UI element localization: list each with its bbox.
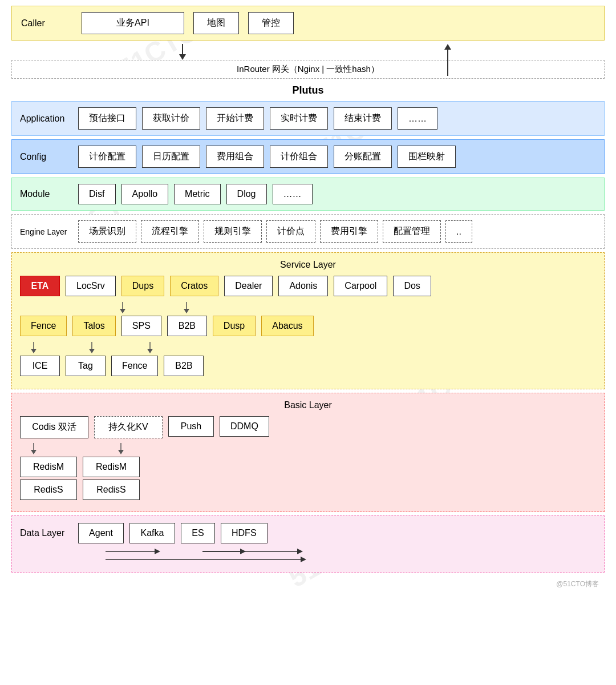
app-box-1: 获取计价 bbox=[142, 107, 200, 130]
module-box-2: Metric bbox=[174, 184, 221, 204]
basic-redism-1: RedisM bbox=[20, 457, 77, 477]
caller-box-0: 业务API bbox=[82, 12, 184, 34]
basic-layer: Basic Layer Codis 双活 持久化KV Push DDMQ bbox=[11, 393, 605, 512]
service-dealer: Dealer bbox=[224, 276, 273, 296]
basic-redis-stack-2: RedisM RedisS bbox=[83, 457, 140, 500]
svg-marker-15 bbox=[31, 450, 37, 454]
svg-marker-9 bbox=[31, 349, 37, 353]
gateway-row: InRouter 网关（Nginx | 一致性hash） bbox=[11, 60, 605, 79]
app-box-0: 预估接口 bbox=[78, 107, 136, 130]
service-row-3: ICE Tag Fence B2B bbox=[20, 356, 596, 376]
data-arrows-container bbox=[83, 546, 596, 565]
config-box-2: 费用组合 bbox=[206, 146, 264, 168]
arrow-talos-icon bbox=[86, 342, 98, 353]
engine-box-6: .. bbox=[445, 220, 472, 243]
svg-marker-19 bbox=[155, 549, 160, 554]
caller-label: Caller bbox=[21, 18, 72, 29]
caller-box-1: 地图 bbox=[193, 12, 239, 34]
data-es: ES bbox=[181, 523, 215, 543]
service-fence: Fence bbox=[20, 316, 67, 336]
basic-kv: 持久化KV bbox=[94, 416, 163, 438]
service-row-1: ETA LocSrv Dups Cratos Dealer Adonis Car… bbox=[20, 276, 596, 296]
plutus-title: Plutus bbox=[11, 82, 605, 98]
service-layer-title: Service Layer bbox=[20, 260, 596, 270]
module-box-3: Dlog bbox=[226, 184, 267, 204]
data-layer-label: Data Layer bbox=[20, 528, 71, 538]
data-kafka: Kafka bbox=[129, 523, 175, 543]
data-layer: Data Layer Agent Kafka ES HDFS bbox=[11, 515, 605, 573]
arrow-down-icon bbox=[177, 44, 188, 60]
svg-marker-23 bbox=[297, 549, 303, 554]
module-box-0: Disf bbox=[78, 184, 116, 204]
basic-row-2: RedisM RedisS RedisM RedisS bbox=[20, 457, 596, 500]
service-dusp: Dusp bbox=[213, 316, 256, 336]
engine-box-1: 流程引擎 bbox=[141, 220, 199, 243]
service-abacus: Abacus bbox=[261, 316, 313, 336]
engine-box-0: 场景识别 bbox=[78, 220, 136, 243]
engine-label: Engine Layer bbox=[20, 227, 71, 236]
arrow-kv-icon bbox=[115, 443, 127, 454]
app-box-5: …… bbox=[398, 107, 437, 130]
config-box-4: 分账配置 bbox=[334, 146, 392, 168]
caller-row: Caller 业务API 地图 管控 bbox=[11, 6, 605, 41]
service-ice: ICE bbox=[20, 356, 60, 376]
service-arrows-1 bbox=[20, 302, 596, 313]
arrow-fence2-icon bbox=[28, 342, 39, 353]
basic-redis-stack-1: RedisM RedisS bbox=[20, 457, 77, 500]
engine-box-5: 配置管理 bbox=[383, 220, 441, 243]
service-dos: Dos bbox=[393, 276, 431, 296]
app-box-3: 实时计费 bbox=[270, 107, 328, 130]
arrow-codis-icon bbox=[28, 443, 39, 454]
service-cratos: Cratos bbox=[170, 276, 218, 296]
data-layer-inner: Data Layer Agent Kafka ES HDFS bbox=[20, 523, 596, 543]
module-label: Module bbox=[20, 189, 71, 199]
gateway-text: InRouter 网关（Nginx | 一致性hash） bbox=[237, 64, 379, 75]
config-row: Config 计价配置 日历配置 费用组合 计价组合 分账配置 围栏映射 bbox=[11, 139, 605, 174]
arrow-up-icon bbox=[442, 44, 453, 76]
service-dups: Dups bbox=[121, 276, 164, 296]
engine-box-2: 规则引擎 bbox=[204, 220, 262, 243]
service-eta: ETA bbox=[20, 276, 60, 296]
basic-codis: Codis 双活 bbox=[20, 416, 88, 438]
app-box-2: 开始计费 bbox=[206, 107, 264, 130]
arrow-dups-icon bbox=[117, 302, 128, 313]
application-row: Application 预估接口 获取计价 开始计费 实时计费 结束计费 …… bbox=[11, 101, 605, 136]
arrow-cratos-icon bbox=[181, 302, 192, 313]
service-adonis: Adonis bbox=[278, 276, 328, 296]
service-arrows-2 bbox=[20, 342, 596, 353]
svg-marker-17 bbox=[118, 450, 124, 454]
svg-marker-11 bbox=[89, 349, 95, 353]
service-fence2: Fence bbox=[111, 356, 158, 376]
module-box-4: …… bbox=[273, 184, 313, 204]
config-box-3: 计价组合 bbox=[270, 146, 328, 168]
data-flow-arrows bbox=[83, 546, 368, 563]
svg-marker-25 bbox=[301, 557, 306, 562]
app-box-4: 结束计费 bbox=[334, 107, 392, 130]
service-sps: SPS bbox=[121, 316, 161, 336]
config-box-5: 围栏映射 bbox=[398, 146, 456, 168]
module-row: Module Disf Apollo Metric Dlog …… bbox=[11, 178, 605, 211]
service-layer: Service Layer ETA LocSrv Dups Cratos Dea… bbox=[11, 252, 605, 389]
svg-marker-13 bbox=[147, 349, 153, 353]
service-b2b: B2B bbox=[167, 316, 207, 336]
module-box-1: Apollo bbox=[121, 184, 168, 204]
basic-rediss-1: RedisS bbox=[20, 480, 77, 500]
basic-ddmq: DDMQ bbox=[220, 416, 269, 437]
engine-box-3: 计价点 bbox=[266, 220, 315, 243]
basic-layer-title: Basic Layer bbox=[20, 400, 596, 410]
gateway-section: InRouter 网关（Nginx | 一致性hash） bbox=[11, 44, 605, 79]
service-talos: Talos bbox=[72, 316, 115, 336]
config-label: Config bbox=[20, 152, 71, 162]
service-row-2: Fence Talos SPS B2B Dusp Abacus bbox=[20, 316, 596, 336]
service-carpool: Carpool bbox=[334, 276, 387, 296]
data-agent: Agent bbox=[78, 523, 124, 543]
config-box-1: 日历配置 bbox=[142, 146, 200, 168]
arrow-sps-icon bbox=[144, 342, 156, 353]
caller-box-2: 管控 bbox=[248, 12, 294, 34]
service-tag: Tag bbox=[66, 356, 106, 376]
service-locsrv: LocSrv bbox=[66, 276, 116, 296]
basic-row-1: Codis 双活 持久化KV Push DDMQ bbox=[20, 416, 596, 438]
credit-text: @51CTO博客 bbox=[11, 579, 605, 589]
service-b2b2: B2B bbox=[164, 356, 204, 376]
basic-rediss-2: RedisS bbox=[83, 480, 140, 500]
